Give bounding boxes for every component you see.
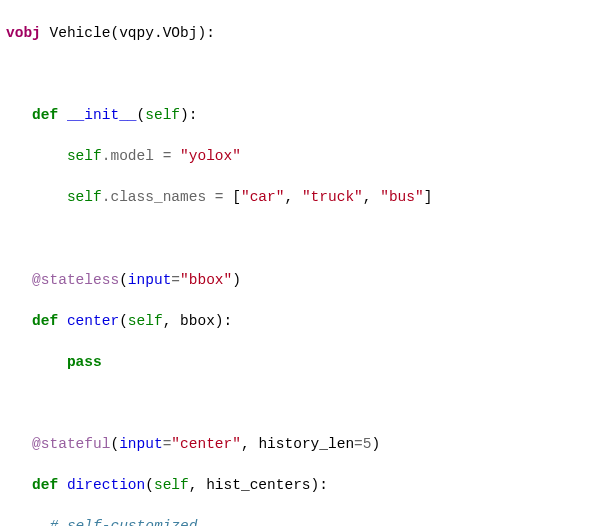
code-line: self.class_names = ["car", "truck", "bus… xyxy=(6,187,604,208)
keyword-self: self xyxy=(145,107,180,123)
code-line-blank xyxy=(6,64,604,85)
code-block: vobj Vehicle(vqpy.VObj): def __init__(se… xyxy=(0,0,612,526)
keyword-def: def xyxy=(32,107,58,123)
string-literal: "truck" xyxy=(302,189,363,205)
string-literal: "bbox" xyxy=(180,272,232,288)
function-name: direction xyxy=(58,477,145,493)
code-line: @stateless(input="bbox") xyxy=(6,270,604,291)
function-name: __init__ xyxy=(58,107,136,123)
comment: # self-customized xyxy=(50,518,198,526)
code-line: self.model = "yolox" xyxy=(6,146,604,167)
code-line: vobj Vehicle(vqpy.VObj): xyxy=(6,23,604,44)
string-literal: "car" xyxy=(241,189,285,205)
string-literal: "center" xyxy=(171,436,241,452)
decorator: @stateless xyxy=(32,272,119,288)
keyword-def: def xyxy=(32,313,58,329)
code-line: # self-customized xyxy=(6,516,604,526)
code-line: def __init__(self): xyxy=(6,105,604,126)
keyword-self: self xyxy=(128,313,163,329)
keyword-vobj: vobj xyxy=(6,25,41,41)
function-name: center xyxy=(58,313,119,329)
keyword-self: self xyxy=(67,189,102,205)
keyword-pass: pass xyxy=(67,354,102,370)
code-line-blank xyxy=(6,228,604,249)
code-line-blank xyxy=(6,393,604,414)
keyword-self: self xyxy=(67,148,102,164)
code-line: @stateful(input="center", history_len=5) xyxy=(6,434,604,455)
code-line: def direction(self, hist_centers): xyxy=(6,475,604,496)
string-literal: "bus" xyxy=(380,189,424,205)
string-literal: "yolox" xyxy=(180,148,241,164)
keyword-def: def xyxy=(32,477,58,493)
keyword-self: self xyxy=(154,477,189,493)
code-line: pass xyxy=(6,352,604,373)
decorator: @stateful xyxy=(32,436,110,452)
code-line: def center(self, bbox): xyxy=(6,311,604,332)
class-decl: Vehicle(vqpy.VObj): xyxy=(41,25,215,41)
